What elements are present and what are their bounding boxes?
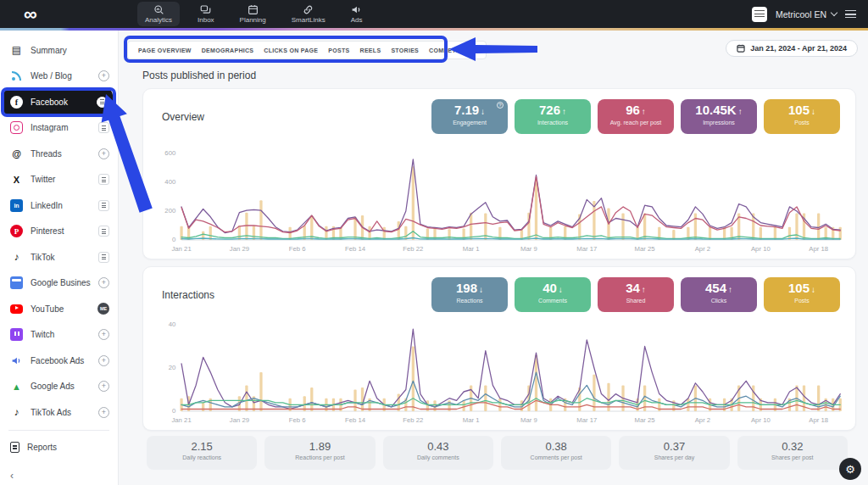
svg-text:Mar 25: Mar 25 — [635, 416, 656, 424]
add-connection-button[interactable]: + — [98, 70, 109, 81]
svg-text:Feb 14: Feb 14 — [345, 245, 366, 253]
nav-tab-label: SmartLinks — [292, 16, 326, 24]
sidebar-item-facebook[interactable]: f Facebook — [3, 89, 113, 115]
sidebar-item-label: Web / Blog — [31, 71, 91, 81]
metric-card-engagement[interactable]: ? 7.19↓ Engagement — [431, 99, 508, 134]
svg-text:20: 20 — [169, 364, 176, 371]
metric-card-comments[interactable]: 40↓ Comments — [515, 277, 591, 312]
sidebar-item-summary[interactable]: ▤ Summary — [0, 37, 118, 64]
metricool-logo[interactable]: ∞ — [24, 2, 37, 27]
svg-text:Jan 21: Jan 21 — [171, 245, 191, 253]
svg-text:Apr 18: Apr 18 — [809, 245, 828, 253]
collapse-sidebar-button[interactable]: ‹ — [10, 470, 14, 482]
svg-text:Apr 2: Apr 2 — [695, 245, 710, 253]
trend-arrow-icon: ↑ — [738, 107, 743, 116]
nav-tab-ads[interactable]: Ads — [343, 2, 370, 26]
add-connection-button[interactable]: + — [98, 148, 109, 159]
sidebar-item-label: Reports — [27, 443, 109, 452]
metric-card-posts[interactable]: 105↓ Posts — [764, 99, 840, 134]
metric-card-avg-reach[interactable]: 96↑ Avg. reach per post — [598, 99, 674, 134]
instagram-icon — [10, 121, 23, 134]
nav-tab-analytics[interactable]: Analytics — [137, 2, 180, 26]
sidebar-item-label: Instagram — [31, 123, 91, 132]
facebook-icon: f — [10, 96, 23, 109]
sidebar-item-label: Twitch — [31, 330, 91, 339]
add-connection-button[interactable]: + — [98, 329, 109, 340]
sidebar-item-tiktok[interactable]: ♪ TikTok — [0, 244, 118, 270]
svg-text:Feb 22: Feb 22 — [403, 416, 423, 424]
sidebar-item-linkedin[interactable]: in LinkedIn — [0, 192, 118, 219]
nav-tab-planning[interactable]: Planning — [232, 2, 274, 26]
tab-demographics[interactable]: DEMOGRAPHICS — [202, 47, 254, 53]
sidebar-item-google-business[interactable]: Google Business ... + — [0, 270, 118, 297]
svg-text:Feb 22: Feb 22 — [403, 245, 423, 253]
add-connection-button[interactable]: + — [98, 381, 109, 392]
nav-tab-smartlinks[interactable]: SmartLinks — [284, 2, 333, 26]
twitch-icon — [10, 328, 23, 341]
trend-arrow-icon: ↑ — [562, 107, 566, 116]
brand-avatar[interactable] — [752, 7, 767, 22]
sidebar-item-twitter[interactable]: X Twitter — [0, 167, 118, 193]
stat-label: Shares per post — [737, 454, 848, 460]
stat-card-reactions-per-post: 1.89 Reactions per post — [264, 436, 375, 470]
account-selector[interactable]: Metricool EN — [776, 9, 837, 20]
sidebar-item-threads[interactable]: @ Threads + — [0, 141, 118, 167]
nav-tab-inbox[interactable]: Inbox — [190, 2, 222, 26]
svg-text:Mar 1: Mar 1 — [463, 416, 480, 424]
metric-label: Interactions — [515, 120, 591, 125]
sidebar-item-pinterest[interactable]: P Pinterest — [0, 219, 118, 245]
tab-stories[interactable]: STORIES — [391, 47, 419, 53]
svg-text:Apr 2: Apr 2 — [695, 416, 710, 424]
stat-card-shares-per-day: 0.37 Shares per day — [619, 436, 729, 470]
nav-tab-label: Planning — [240, 16, 266, 24]
tab-clicks-on-page[interactable]: CLICKS ON PAGE — [264, 47, 318, 53]
metric-value: 726 — [539, 103, 560, 117]
megaphone-icon — [10, 354, 23, 367]
svg-text:Mar 17: Mar 17 — [576, 416, 597, 424]
metric-card-impressions[interactable]: 10.45K↑ Impressions — [681, 99, 757, 134]
svg-text:Mar 17: Mar 17 — [576, 245, 597, 253]
metric-card-posts[interactable]: 105↓ Posts — [764, 277, 840, 312]
topnav-right: Metricool EN — [752, 7, 856, 22]
help-icon[interactable]: ? — [497, 102, 504, 109]
account-name: Metricool EN — [776, 9, 826, 20]
sidebar-item-web-blog[interactable]: Web / Blog + — [0, 64, 118, 90]
date-range-picker[interactable]: Jan 21, 2024 - Apr 21, 2024 — [726, 40, 858, 57]
metric-card-interactions[interactable]: 726↑ Interactions — [515, 99, 591, 134]
tab-posts[interactable]: POSTS — [328, 47, 349, 53]
sidebar-item-tiktok-ads[interactable]: ♪ TikTok Ads + — [0, 399, 118, 426]
interactions-metric-cards: 198↓ Reactions 40↓ Comments 34↑ Shared 4… — [431, 277, 840, 312]
sidebar-item-instagram[interactable]: Instagram — [0, 115, 118, 142]
top-navigation: ∞ Analytics Inbox Planning SmartLinks — [0, 0, 868, 28]
menu-icon[interactable] — [845, 10, 856, 18]
sidebar-item-label: LinkedIn — [31, 201, 91, 210]
tab-reels[interactable]: REELS — [360, 47, 381, 53]
stat-label: Daily comments — [383, 454, 493, 460]
add-connection-button[interactable]: + — [98, 355, 109, 366]
tab-competitors[interactable]: COMPETITORS — [429, 47, 476, 53]
add-connection-button[interactable]: + — [98, 277, 109, 288]
metric-card-clicks[interactable]: 454↑ Clicks — [681, 277, 757, 312]
overview-chart: 0200400600Jan 21Jan 29Feb 6Feb 14Feb 22M… — [157, 147, 847, 254]
settings-fab[interactable]: ⚙ — [839, 458, 861, 480]
metric-card-reactions[interactable]: 198↓ Reactions — [431, 277, 508, 312]
stat-card-comments-per-post: 0.38 Comments per post — [501, 436, 611, 470]
tab-page-overview[interactable]: PAGE OVERVIEW — [138, 47, 192, 53]
rss-icon — [10, 70, 23, 82]
main-nav-tabs: Analytics Inbox Planning SmartLinks Ads — [137, 0, 370, 28]
sidebar-item-youtube[interactable]: YouTube ME — [0, 296, 118, 322]
svg-text:Jan 29: Jan 29 — [230, 245, 249, 253]
stat-value: 2.15 — [147, 440, 257, 453]
google-business-icon — [10, 276, 23, 289]
add-connection-button[interactable]: + — [98, 407, 109, 418]
sidebar-item-label: YouTube — [31, 304, 90, 314]
analytics-icon — [153, 4, 164, 15]
svg-text:Apr 10: Apr 10 — [751, 245, 771, 253]
sidebar-item-facebook-ads[interactable]: Facebook Ads + — [0, 348, 118, 374]
sidebar-item-twitch[interactable]: Twitch + — [0, 322, 118, 348]
sidebar-item-reports[interactable]: Reports — [0, 435, 118, 461]
metric-card-shared[interactable]: 34↑ Shared — [598, 277, 674, 312]
sidebar-item-label: TikTok Ads — [31, 408, 91, 417]
sidebar-item-google-ads[interactable]: ▲ Google Ads + — [0, 374, 118, 400]
svg-text:Feb 6: Feb 6 — [289, 245, 306, 253]
